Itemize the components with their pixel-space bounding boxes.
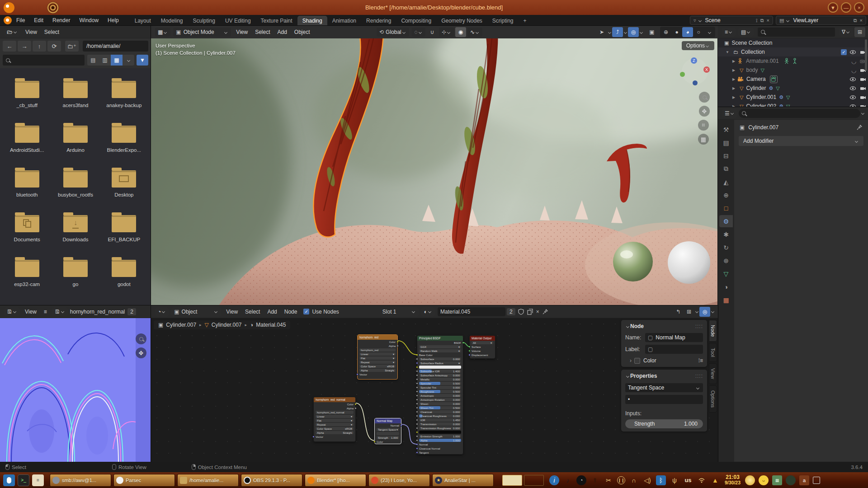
- folder-item[interactable]: busybox_rootfs: [51, 164, 99, 209]
- new-folder-button[interactable]: 🗀⁺: [65, 41, 79, 52]
- forward-button[interactable]: →: [18, 41, 31, 52]
- outliner-filter-dropdown[interactable]: ∇: [839, 28, 853, 37]
- gizmos-toggle[interactable]: ⤴: [612, 27, 623, 37]
- clock[interactable]: 21:03 9/30/23: [725, 474, 741, 486]
- folder-item[interactable]: ↓Downloads: [51, 209, 99, 253]
- tab-sculpting[interactable]: Sculpting: [188, 16, 220, 26]
- tab-constraints[interactable]: ⊛: [719, 254, 733, 267]
- notes-launcher[interactable]: ≡: [32, 474, 44, 486]
- node-normal-map[interactable]: Normal Map Normal Tangent Space▾ Strengt…: [374, 418, 401, 444]
- menu-window[interactable]: Window: [75, 16, 103, 25]
- axis-z[interactable]: Z: [691, 57, 697, 64]
- applications-menu-button[interactable]: [3, 474, 15, 486]
- snap-node-icon[interactable]: ⊞: [684, 307, 694, 317]
- tab-texture[interactable]: ▦: [719, 294, 733, 306]
- folder-item[interactable]: EFI_BACKUP: [100, 209, 148, 253]
- tab-output[interactable]: ⊟: [719, 150, 733, 162]
- strength-slider[interactable]: Strength 1.000: [625, 419, 703, 428]
- shader-overlays-toggle[interactable]: ◎: [699, 307, 710, 317]
- pin-icon[interactable]: [856, 124, 863, 131]
- image-pan-gizmo[interactable]: ✥: [136, 347, 146, 358]
- navigation-gizmo[interactable]: Z X: [682, 58, 708, 84]
- tab-scene[interactable]: ◭: [719, 176, 733, 188]
- fake-user-shield-icon[interactable]: [518, 308, 524, 315]
- folder-item[interactable]: go: [51, 253, 99, 298]
- taskbar-window-obs[interactable]: OBS 29.1.3 - P...: [241, 474, 302, 487]
- eye-icon[interactable]: [849, 94, 856, 101]
- folder-item[interactable]: esp32-cam: [3, 253, 51, 298]
- editor-type-image[interactable]: 🖻: [4, 307, 20, 316]
- tab-object[interactable]: □: [719, 202, 733, 214]
- folder-item[interactable]: _cb_stuff: [3, 75, 51, 119]
- eye-closed-icon[interactable]: ◡: [851, 67, 856, 74]
- pan-gizmo[interactable]: ✥: [699, 106, 710, 117]
- usb-tray-icon[interactable]: ψ: [670, 475, 679, 485]
- editor-type-file-browser[interactable]: 🗁: [4, 28, 20, 37]
- node-principled-bsdf[interactable]: Principled BSDF BSDF GGX▾ Random Walk▾ B…: [417, 335, 463, 455]
- shader-type-dropdown[interactable]: ▣Object: [171, 307, 221, 316]
- xray-toggle[interactable]: ▣: [646, 27, 657, 37]
- render-visibility-icon[interactable]: [859, 103, 866, 108]
- menu-file[interactable]: File: [12, 16, 29, 25]
- image-browse-dropdown[interactable]: 🖻: [52, 307, 68, 316]
- sidebar-tab-options[interactable]: Options: [709, 385, 717, 413]
- pause-tray-icon[interactable]: ❙❙: [617, 476, 625, 484]
- snap-dropdown[interactable]: ⊹: [439, 28, 454, 37]
- tab-particles[interactable]: ✱: [719, 228, 733, 240]
- folder-item[interactable]: Desktop: [100, 164, 148, 209]
- unlink-material-icon[interactable]: ×: [536, 309, 539, 315]
- outliner-row-camera[interactable]: ▶ Camera: [718, 75, 868, 84]
- calculator-icon[interactable]: ▦: [772, 475, 782, 485]
- sidebar-tab-view[interactable]: View: [709, 363, 717, 384]
- folder-item[interactable]: Arduino: [51, 119, 99, 164]
- editor-type-outliner[interactable]: ≡: [722, 28, 736, 37]
- hide-eye-icon[interactable]: [849, 49, 856, 56]
- dark-app-icon[interactable]: [786, 475, 796, 485]
- axis-neg-z[interactable]: [693, 80, 698, 85]
- snap-toggle[interactable]: ∪: [427, 27, 438, 37]
- outliner-row-cylinder[interactable]: ▶ ▽ Cylinder ⚙ ▽: [718, 84, 868, 93]
- tab-animation[interactable]: Animation: [327, 16, 361, 26]
- color-presets-icon[interactable]: ⁞≡: [698, 357, 703, 364]
- add-modifier-dropdown[interactable]: Add Modifier: [739, 136, 863, 146]
- shading-solid-button[interactable]: ●: [671, 27, 682, 37]
- tab-tool[interactable]: ⚒: [719, 123, 733, 136]
- pin-icon[interactable]: ⟟: [755, 18, 759, 23]
- outliner-scrollbar[interactable]: [865, 39, 867, 71]
- properties-search-input[interactable]: [739, 109, 860, 118]
- tab-rendering[interactable]: Rendering: [361, 16, 396, 26]
- folder-item[interactable]: acers3fand: [51, 75, 99, 119]
- use-nodes-checkbox[interactable]: ✓: [303, 309, 309, 314]
- viewport-menu-object[interactable]: Object: [291, 28, 314, 37]
- render-visibility-icon[interactable]: [859, 85, 866, 92]
- remove-layer-icon[interactable]: ×: [859, 18, 864, 23]
- uv-map-field[interactable]: •: [625, 395, 703, 404]
- outliner-row-armature[interactable]: ▶ Armature.001 ◡: [718, 56, 868, 66]
- eye-icon[interactable]: [849, 103, 856, 108]
- tab-modifiers[interactable]: ⚙: [719, 215, 733, 227]
- outliner-row-body[interactable]: ▶ ▽ body ▽ ◡: [718, 66, 868, 75]
- tab-scripting[interactable]: Scripting: [487, 16, 519, 26]
- tab-compositing[interactable]: Compositing: [396, 16, 436, 26]
- sync-tray-icon[interactable]: ⬆: [590, 475, 600, 485]
- bluetooth-tray-icon[interactable]: ᛒ: [656, 475, 666, 485]
- unlink-scene-icon[interactable]: ×: [765, 18, 771, 23]
- eye-closed-icon[interactable]: ◡: [851, 58, 856, 65]
- transform-orientation-dropdown[interactable]: ⟲Global: [377, 28, 409, 37]
- updates-tray-icon[interactable]: ▲: [710, 475, 720, 485]
- taskbar-window-youtube[interactable]: (23) I Lose, Yo...: [368, 474, 430, 487]
- overlays-toggle[interactable]: ◎: [628, 27, 639, 37]
- taskbar-window-analiestar[interactable]: ★AnalieStar | ...: [432, 474, 494, 487]
- shading-material-button[interactable]: ◕: [682, 27, 693, 37]
- taskbar-window-blender[interactable]: Blender* [/ho...: [305, 474, 366, 487]
- outliner-display-dropdown[interactable]: ▤: [738, 28, 754, 37]
- view-thumbnail-button[interactable]: ▦: [111, 55, 123, 66]
- workspace-1[interactable]: [502, 475, 522, 486]
- scene-selector[interactable]: ▿ Scene ⟟ ⧉ ×: [690, 16, 773, 25]
- folder-item[interactable]: anakey-backup: [100, 75, 148, 119]
- options-button[interactable]: Options: [682, 41, 714, 50]
- show-desktop-icon[interactable]: [813, 477, 820, 484]
- space-dropdown[interactable]: Tangent Space: [625, 383, 703, 392]
- shader-menu-add[interactable]: Add: [264, 307, 280, 316]
- dictionary-icon[interactable]: a: [799, 475, 809, 485]
